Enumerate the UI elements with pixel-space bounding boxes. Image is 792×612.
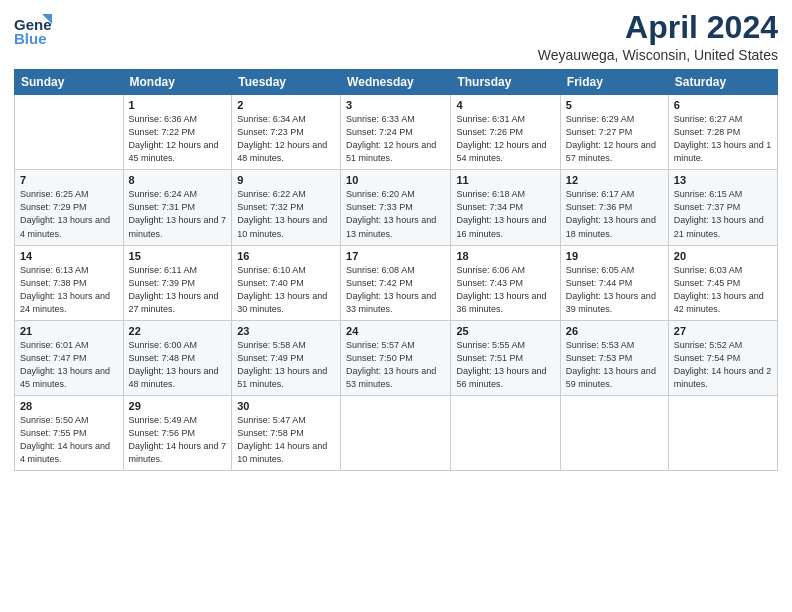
sunrise-text: Sunrise: 6:33 AM — [346, 114, 415, 124]
day-info: Sunrise: 6:03 AM Sunset: 7:45 PM Dayligh… — [674, 264, 772, 316]
calendar-cell: 11 Sunrise: 6:18 AM Sunset: 7:34 PM Dayl… — [451, 170, 560, 245]
calendar-week-row: 1 Sunrise: 6:36 AM Sunset: 7:22 PM Dayli… — [15, 95, 778, 170]
sunset-text: Sunset: 7:47 PM — [20, 353, 87, 363]
header-sunday: Sunday — [15, 70, 124, 95]
calendar-week-row: 21 Sunrise: 6:01 AM Sunset: 7:47 PM Dayl… — [15, 320, 778, 395]
logo: General Blue — [14, 10, 52, 52]
sunrise-text: Sunrise: 6:06 AM — [456, 265, 525, 275]
day-number: 30 — [237, 400, 335, 412]
sunset-text: Sunset: 7:54 PM — [674, 353, 741, 363]
calendar-cell — [15, 95, 124, 170]
calendar-cell: 8 Sunrise: 6:24 AM Sunset: 7:31 PM Dayli… — [123, 170, 232, 245]
sunrise-text: Sunrise: 5:55 AM — [456, 340, 525, 350]
day-number: 11 — [456, 174, 554, 186]
calendar-cell: 20 Sunrise: 6:03 AM Sunset: 7:45 PM Dayl… — [668, 245, 777, 320]
sunrise-text: Sunrise: 6:03 AM — [674, 265, 743, 275]
header-wednesday: Wednesday — [341, 70, 451, 95]
calendar-cell: 14 Sunrise: 6:13 AM Sunset: 7:38 PM Dayl… — [15, 245, 124, 320]
day-info: Sunrise: 6:08 AM Sunset: 7:42 PM Dayligh… — [346, 264, 445, 316]
day-number: 27 — [674, 325, 772, 337]
header-tuesday: Tuesday — [232, 70, 341, 95]
day-info: Sunrise: 5:52 AM Sunset: 7:54 PM Dayligh… — [674, 339, 772, 391]
sunrise-text: Sunrise: 5:53 AM — [566, 340, 635, 350]
day-info: Sunrise: 5:55 AM Sunset: 7:51 PM Dayligh… — [456, 339, 554, 391]
sunset-text: Sunset: 7:27 PM — [566, 127, 633, 137]
weekday-header-row: Sunday Monday Tuesday Wednesday Thursday… — [15, 70, 778, 95]
day-number: 18 — [456, 250, 554, 262]
calendar-cell — [451, 395, 560, 470]
calendar-cell: 19 Sunrise: 6:05 AM Sunset: 7:44 PM Dayl… — [560, 245, 668, 320]
svg-text:Blue: Blue — [14, 30, 47, 47]
sunrise-text: Sunrise: 6:24 AM — [129, 189, 198, 199]
sunset-text: Sunset: 7:56 PM — [129, 428, 196, 438]
daylight-text: Daylight: 12 hours and 45 minutes. — [129, 140, 219, 163]
header-friday: Friday — [560, 70, 668, 95]
day-number: 16 — [237, 250, 335, 262]
day-info: Sunrise: 6:24 AM Sunset: 7:31 PM Dayligh… — [129, 188, 227, 240]
daylight-text: Daylight: 13 hours and 42 minutes. — [674, 291, 764, 314]
calendar-cell: 7 Sunrise: 6:25 AM Sunset: 7:29 PM Dayli… — [15, 170, 124, 245]
sunset-text: Sunset: 7:43 PM — [456, 278, 523, 288]
day-number: 2 — [237, 99, 335, 111]
day-info: Sunrise: 6:17 AM Sunset: 7:36 PM Dayligh… — [566, 188, 663, 240]
sunrise-text: Sunrise: 6:01 AM — [20, 340, 89, 350]
daylight-text: Daylight: 13 hours and 36 minutes. — [456, 291, 546, 314]
day-info: Sunrise: 5:57 AM Sunset: 7:50 PM Dayligh… — [346, 339, 445, 391]
sunrise-text: Sunrise: 6:11 AM — [129, 265, 198, 275]
day-number: 6 — [674, 99, 772, 111]
daylight-text: Daylight: 13 hours and 33 minutes. — [346, 291, 436, 314]
day-number: 19 — [566, 250, 663, 262]
sunset-text: Sunset: 7:50 PM — [346, 353, 413, 363]
day-info: Sunrise: 5:49 AM Sunset: 7:56 PM Dayligh… — [129, 414, 227, 466]
daylight-text: Daylight: 13 hours and 21 minutes. — [674, 215, 764, 238]
calendar-cell: 10 Sunrise: 6:20 AM Sunset: 7:33 PM Dayl… — [341, 170, 451, 245]
sunset-text: Sunset: 7:33 PM — [346, 202, 413, 212]
sunset-text: Sunset: 7:22 PM — [129, 127, 196, 137]
sunrise-text: Sunrise: 6:18 AM — [456, 189, 525, 199]
calendar-cell: 15 Sunrise: 6:11 AM Sunset: 7:39 PM Dayl… — [123, 245, 232, 320]
sunset-text: Sunset: 7:38 PM — [20, 278, 87, 288]
sunrise-text: Sunrise: 5:57 AM — [346, 340, 415, 350]
day-info: Sunrise: 6:00 AM Sunset: 7:48 PM Dayligh… — [129, 339, 227, 391]
sunrise-text: Sunrise: 5:49 AM — [129, 415, 198, 425]
day-number: 23 — [237, 325, 335, 337]
day-number: 28 — [20, 400, 118, 412]
sunrise-text: Sunrise: 6:36 AM — [129, 114, 198, 124]
calendar-cell: 4 Sunrise: 6:31 AM Sunset: 7:26 PM Dayli… — [451, 95, 560, 170]
sunset-text: Sunset: 7:37 PM — [674, 202, 741, 212]
day-number: 7 — [20, 174, 118, 186]
sunset-text: Sunset: 7:40 PM — [237, 278, 304, 288]
daylight-text: Daylight: 13 hours and 48 minutes. — [129, 366, 219, 389]
sunrise-text: Sunrise: 6:08 AM — [346, 265, 415, 275]
daylight-text: Daylight: 13 hours and 4 minutes. — [20, 215, 110, 238]
day-number: 14 — [20, 250, 118, 262]
calendar-cell — [560, 395, 668, 470]
header-monday: Monday — [123, 70, 232, 95]
day-info: Sunrise: 6:15 AM Sunset: 7:37 PM Dayligh… — [674, 188, 772, 240]
month-title: April 2024 — [538, 10, 778, 45]
sunrise-text: Sunrise: 6:15 AM — [674, 189, 743, 199]
calendar-cell: 6 Sunrise: 6:27 AM Sunset: 7:28 PM Dayli… — [668, 95, 777, 170]
calendar-cell: 23 Sunrise: 5:58 AM Sunset: 7:49 PM Dayl… — [232, 320, 341, 395]
day-info: Sunrise: 6:25 AM Sunset: 7:29 PM Dayligh… — [20, 188, 118, 240]
day-number: 10 — [346, 174, 445, 186]
calendar-cell — [341, 395, 451, 470]
calendar-cell: 29 Sunrise: 5:49 AM Sunset: 7:56 PM Dayl… — [123, 395, 232, 470]
day-info: Sunrise: 5:58 AM Sunset: 7:49 PM Dayligh… — [237, 339, 335, 391]
daylight-text: Daylight: 14 hours and 2 minutes. — [674, 366, 772, 389]
sunrise-text: Sunrise: 6:29 AM — [566, 114, 635, 124]
sunset-text: Sunset: 7:24 PM — [346, 127, 413, 137]
day-info: Sunrise: 6:18 AM Sunset: 7:34 PM Dayligh… — [456, 188, 554, 240]
day-number: 25 — [456, 325, 554, 337]
calendar-week-row: 28 Sunrise: 5:50 AM Sunset: 7:55 PM Dayl… — [15, 395, 778, 470]
day-number: 13 — [674, 174, 772, 186]
sunrise-text: Sunrise: 6:05 AM — [566, 265, 635, 275]
day-number: 5 — [566, 99, 663, 111]
calendar-cell: 27 Sunrise: 5:52 AM Sunset: 7:54 PM Dayl… — [668, 320, 777, 395]
sunset-text: Sunset: 7:51 PM — [456, 353, 523, 363]
daylight-text: Daylight: 13 hours and 18 minutes. — [566, 215, 656, 238]
day-info: Sunrise: 6:13 AM Sunset: 7:38 PM Dayligh… — [20, 264, 118, 316]
daylight-text: Daylight: 13 hours and 51 minutes. — [237, 366, 327, 389]
calendar-cell: 30 Sunrise: 5:47 AM Sunset: 7:58 PM Dayl… — [232, 395, 341, 470]
day-info: Sunrise: 6:22 AM Sunset: 7:32 PM Dayligh… — [237, 188, 335, 240]
